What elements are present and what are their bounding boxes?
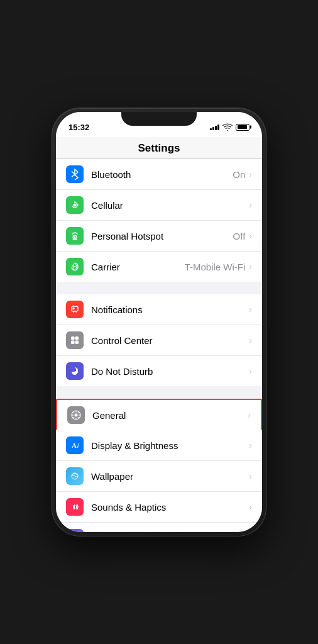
sounds-chevron: › (249, 502, 252, 512)
hotspot-value: Off (233, 231, 246, 242)
carrier-value: T-Mobile Wi-Fi (185, 262, 246, 272)
svg-rect-7 (75, 341, 79, 345)
svg-rect-3 (73, 308, 75, 309)
row-siri[interactable]: Siri & Search › (56, 523, 262, 532)
sounds-label: Sounds & Haptics (91, 502, 249, 513)
page-title: Settings (138, 142, 180, 154)
dnd-icon (66, 362, 84, 380)
general-icon (67, 406, 85, 424)
svg-rect-5 (75, 336, 79, 340)
bluetooth-label: Bluetooth (91, 169, 233, 180)
carrier-chevron: › (249, 262, 252, 272)
hotspot-icon (66, 227, 84, 245)
row-wallpaper[interactable]: Wallpaper › (56, 461, 262, 492)
navigation-bar: Settings (56, 137, 262, 159)
carrier-icon (66, 258, 84, 275)
hotspot-label: Personal Hotspot (91, 231, 233, 242)
notch (121, 112, 197, 126)
row-carrier[interactable]: Carrier T-Mobile Wi-Fi › (56, 252, 262, 282)
spacer-1 (56, 282, 262, 294)
phone-frame: 15:32 (52, 108, 266, 536)
phone-screen: 15:32 (56, 112, 262, 532)
row-general[interactable]: General › (56, 399, 262, 430)
svg-rect-4 (71, 336, 75, 340)
cellular-icon (66, 196, 84, 214)
section-connectivity-group: Bluetooth On › Ce (56, 159, 262, 282)
svg-point-0 (74, 204, 77, 207)
svg-point-9 (75, 414, 78, 417)
status-time: 15:32 (69, 123, 89, 132)
carrier-label: Carrier (91, 262, 185, 272)
row-cellular[interactable]: Cellular › (56, 190, 262, 221)
row-sounds[interactable]: Sounds & Haptics › (56, 492, 262, 523)
section-notifications-group: Notifications › Control Cente (56, 294, 262, 386)
section-display: AA Display & Brightness › (56, 430, 262, 532)
bluetooth-chevron: › (249, 169, 252, 179)
wallpaper-chevron: › (249, 471, 252, 481)
display-icon: AA (66, 436, 84, 454)
status-icons (210, 123, 249, 131)
notifications-icon (66, 301, 84, 318)
siri-icon (66, 529, 84, 532)
section-connectivity: Bluetooth On › Ce (56, 159, 262, 282)
control-center-chevron: › (249, 335, 252, 345)
row-bluetooth[interactable]: Bluetooth On › (56, 159, 262, 190)
row-control-center[interactable]: Control Center › (56, 325, 262, 356)
cellular-chevron: › (249, 200, 252, 210)
section-notifications: Notifications › Control Cente (56, 294, 262, 386)
sounds-icon (66, 498, 84, 516)
svg-point-1 (74, 236, 76, 238)
section-general-group: General › (56, 399, 262, 430)
section-general: General › (56, 399, 262, 430)
svg-rect-6 (71, 341, 75, 345)
row-do-not-disturb[interactable]: Do Not Disturb › (56, 356, 262, 386)
dnd-label: Do Not Disturb (91, 366, 249, 377)
row-hotspot[interactable]: Personal Hotspot Off › (56, 221, 262, 252)
battery-icon (236, 124, 249, 131)
bluetooth-icon (66, 165, 84, 183)
section-display-group: AA Display & Brightness › (56, 430, 262, 532)
general-chevron: › (248, 410, 251, 420)
row-display-brightness[interactable]: AA Display & Brightness › (56, 430, 262, 461)
settings-list[interactable]: Bluetooth On › Ce (56, 159, 262, 532)
wifi-icon (222, 123, 233, 131)
display-chevron: › (249, 440, 252, 450)
notifications-chevron: › (249, 304, 252, 314)
control-center-icon (66, 331, 84, 349)
row-notifications[interactable]: Notifications › (56, 294, 262, 325)
notifications-label: Notifications (91, 304, 249, 315)
signal-icon (210, 124, 219, 130)
display-brightness-label: Display & Brightness (91, 440, 249, 451)
wallpaper-icon (66, 467, 84, 485)
svg-text:AA: AA (72, 441, 79, 449)
hotspot-chevron: › (249, 231, 252, 241)
dnd-chevron: › (249, 366, 252, 376)
control-center-label: Control Center (91, 335, 249, 346)
wallpaper-label: Wallpaper (91, 471, 249, 482)
cellular-label: Cellular (91, 200, 245, 211)
general-label: General (92, 410, 248, 421)
bluetooth-value: On (233, 169, 245, 180)
spacer-2 (56, 386, 262, 399)
